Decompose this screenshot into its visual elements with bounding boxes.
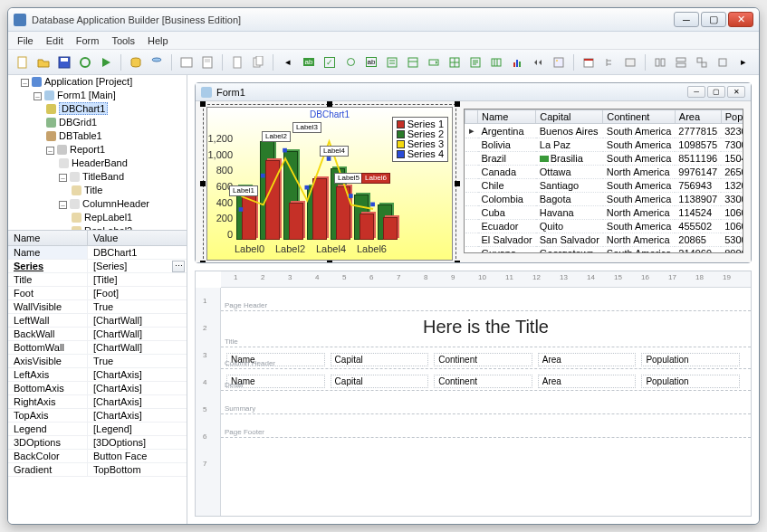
table-row[interactable]: El SalvadorSan SalvadorNorth America2086… (465, 233, 744, 247)
table-row[interactable]: BoliviaLa PazSouth America10985757300000 (465, 138, 744, 152)
tree-dbchart1[interactable]: DBChart1 (59, 102, 108, 115)
tb-memo-icon[interactable] (466, 53, 484, 71)
tree-titleband[interactable]: TitleBand (82, 171, 124, 182)
svg-rect-51 (327, 157, 331, 161)
dbgrid1[interactable]: NameCapitalContinentAreaPopulation ▸Arge… (464, 109, 743, 253)
dbchart1[interactable]: DBChart1 Series 1 Series 2 Series 3 Seri… (206, 107, 453, 261)
menu-edit[interactable]: Edit (46, 35, 63, 46)
table-row[interactable]: GuyanaGeorgetownSouth America21496980000… (465, 247, 744, 254)
tb-hlist-icon[interactable] (487, 53, 505, 71)
tree-form[interactable]: Form1 [Main] (57, 90, 116, 100)
table-row[interactable]: EcuadorQuitoSouth America45550210600000 (465, 220, 744, 233)
prop-row[interactable]: BackWall[ChartWall] (8, 328, 187, 341)
report-title-text[interactable]: Here is the Title (226, 317, 745, 337)
tb-refresh-icon[interactable] (76, 53, 94, 71)
prop-row[interactable]: AxisVisibleTrue (8, 355, 187, 368)
form-max-button[interactable]: ▢ (707, 86, 725, 98)
workarea: Form1 ─ ▢ ✕ DBChart1 Series 1 (187, 75, 759, 524)
tree-dbtable1[interactable]: DBTable1 (59, 130, 102, 141)
band-page-header[interactable]: Page Header (221, 288, 751, 311)
tb-new-icon[interactable] (14, 53, 32, 71)
menu-file[interactable]: File (17, 35, 34, 46)
svg-rect-44 (697, 58, 702, 62)
tb-image-icon[interactable] (550, 53, 568, 71)
tree-dbgrid1[interactable]: DBGrid1 (59, 117, 97, 128)
tb-list2-icon[interactable] (404, 53, 422, 71)
minimize-button[interactable]: ─ (674, 12, 699, 27)
tb-pages-icon[interactable] (249, 53, 267, 71)
tb-tree-icon[interactable] (600, 53, 618, 71)
tb-open-icon[interactable] (34, 53, 53, 71)
band-title[interactable]: Here is the Title Title (221, 311, 751, 347)
menu-form[interactable]: Form (76, 35, 100, 46)
svg-rect-0 (18, 57, 26, 68)
tb-edit-icon[interactable]: ab (362, 53, 380, 71)
tb-form-icon[interactable] (177, 53, 196, 71)
prop-row[interactable]: GradientTopBottom (8, 463, 187, 477)
tb-panel-icon[interactable] (621, 53, 639, 71)
form-min-button[interactable]: ─ (687, 86, 705, 98)
tb-nav-icon[interactable] (529, 53, 547, 71)
prop-row[interactable]: NameDBChart1 (8, 246, 187, 260)
tb-align2-icon[interactable] (672, 53, 690, 71)
prop-row[interactable]: 3DOptions[3DOptions] (8, 436, 187, 450)
property-inspector[interactable]: Name Value NameDBChart1Series[Series]⋯Ti… (8, 231, 187, 524)
band-summary[interactable]: Summary (221, 391, 751, 414)
project-tree[interactable]: –Application [Project] –Form1 [Main] DBC… (8, 75, 187, 231)
table-row[interactable]: CanadaOttawaNorth America997614726500000 (465, 166, 744, 179)
menu-tools[interactable]: Tools (111, 35, 135, 46)
form-close-button[interactable]: ✕ (727, 86, 745, 98)
maximize-button[interactable]: ▢ (701, 12, 726, 27)
prop-row[interactable]: BackColorButton Face (8, 450, 187, 463)
prop-row[interactable]: Series[Series]⋯ (8, 260, 187, 273)
tree-replabel1[interactable]: RepLabel1 (84, 212, 132, 223)
tb-grid-icon[interactable] (446, 53, 464, 71)
tb-run-icon[interactable] (97, 53, 115, 71)
tree-headerband[interactable]: HeaderBand (72, 157, 128, 168)
tb-list1-icon[interactable] (383, 53, 401, 71)
report-designer[interactable]: 12345678910111213141516171819 1234567 Pa… (195, 271, 752, 517)
table-row[interactable]: BrazilBrasiliaSouth America8511196150400… (465, 152, 744, 166)
band-detail[interactable]: Name Capital Continent Area Population D… (221, 369, 751, 391)
tb-radio-icon[interactable] (341, 53, 360, 71)
table-row[interactable]: ColombiaBagotaSouth America1138907330000… (465, 193, 744, 206)
tb-combo-icon[interactable] (425, 53, 443, 71)
ellipsis-button[interactable]: ⋯ (172, 261, 185, 272)
tree-title[interactable]: Title (84, 185, 102, 195)
tb-check-icon[interactable]: ✓ (321, 53, 339, 71)
menu-help[interactable]: Help (148, 35, 168, 46)
tree-report1[interactable]: Report1 (70, 144, 105, 155)
table-row[interactable]: ChileSantiagoSouth America75694313200000 (465, 179, 744, 193)
table-row[interactable]: CubaHavanaNorth America11452410600000 (465, 206, 744, 220)
prop-row[interactable]: Foot[Foot] (8, 287, 187, 300)
tb-chart-icon[interactable] (508, 53, 526, 71)
band-column-header[interactable]: Name Capital Continent Area Population C… (221, 347, 751, 369)
prop-row[interactable]: Title[Title] (8, 273, 187, 287)
prop-row[interactable]: LeftWall[ChartWall] (8, 314, 187, 328)
tb-db-icon[interactable] (127, 53, 145, 71)
tb-label-icon[interactable]: ab (300, 53, 318, 71)
prop-row[interactable]: Legend[Legend] (8, 423, 187, 436)
tb-report-icon[interactable] (198, 53, 216, 71)
table-row[interactable]: ▸ArgentinaBuenos AiresSouth America27778… (465, 124, 744, 138)
tb-align3-icon[interactable] (693, 53, 711, 71)
tb-align1-icon[interactable] (651, 53, 669, 71)
prop-row[interactable]: WallVisibleTrue (8, 300, 187, 314)
svg-rect-10 (234, 57, 241, 68)
tb-cal-icon[interactable] (580, 53, 598, 71)
tb-arrow-icon[interactable]: ◂ (279, 53, 297, 71)
tb-query-icon[interactable] (148, 53, 166, 71)
prop-row[interactable]: BottomAxis[ChartAxis] (8, 382, 187, 395)
close-button[interactable]: ✕ (728, 12, 753, 27)
tb-save-icon[interactable] (55, 53, 73, 71)
tb-more-icon[interactable]: ▸ (734, 53, 753, 71)
tb-align4-icon[interactable] (714, 53, 732, 71)
prop-row[interactable]: BottomWall[ChartWall] (8, 341, 187, 355)
tree-root[interactable]: Application [Project] (44, 76, 132, 87)
prop-row[interactable]: RightAxis[ChartAxis] (8, 395, 187, 409)
tb-page-icon[interactable] (228, 53, 246, 71)
band-page-footer[interactable]: Page Footer (221, 414, 751, 438)
prop-row[interactable]: TopAxis[ChartAxis] (8, 409, 187, 423)
prop-row[interactable]: LeftAxis[ChartAxis] (8, 368, 187, 382)
tree-columnheader[interactable]: ColumnHeader (82, 198, 149, 209)
